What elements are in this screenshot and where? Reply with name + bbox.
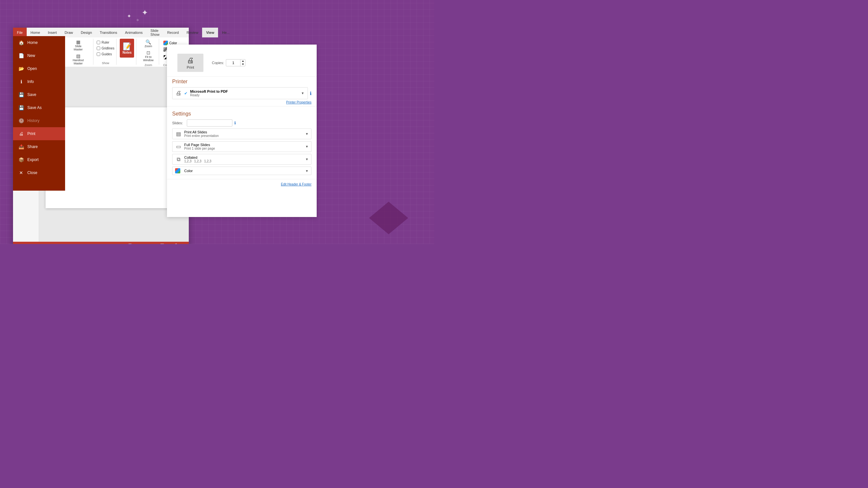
notes-status-icon[interactable]: 📝 Notes xyxy=(128,244,142,244)
new-icon: 📄 xyxy=(18,53,24,58)
menu-save-label: Save xyxy=(27,92,36,97)
collated-arrow[interactable]: ▼ xyxy=(305,158,309,161)
share-icon: 📤 xyxy=(18,144,24,149)
menu-save-as[interactable]: 💾 Save As xyxy=(13,101,65,114)
settings-section: Settings Slides: ℹ ▤ Print All Slides Pr… xyxy=(167,111,317,177)
accessibility[interactable]: Accessibility: Investigate xyxy=(59,244,94,244)
copies-down-arrow[interactable]: ▼ xyxy=(241,63,245,66)
status-bar: Slide 1 of 2 English (India) Accessibili… xyxy=(13,242,189,244)
menu-export-label: Export xyxy=(27,158,39,162)
file-menu-overlay: 🏠 Home 📄 New 📂 Open ℹ Info 💾 Save 💾 Save… xyxy=(13,36,189,191)
menu-save-as-label: Save As xyxy=(27,105,42,110)
menu-open[interactable]: 📂 Open xyxy=(13,62,65,75)
slides-label: Slides: xyxy=(172,121,183,125)
full-page-label: Full Page Slides xyxy=(184,143,303,147)
full-page-text: Full Page Slides Print 1 slide per page xyxy=(184,143,303,150)
open-icon: 📂 xyxy=(18,66,24,71)
copies-arrows: ▲ ▼ xyxy=(240,60,245,66)
star-decoration-3: ✧ xyxy=(136,18,139,23)
menu-close[interactable]: ✕ Close xyxy=(13,166,65,179)
menu-history-label: History xyxy=(27,119,39,123)
menu-open-label: Open xyxy=(27,66,37,71)
home-icon: 🏠 xyxy=(18,40,24,45)
full-page-icon: ▭ xyxy=(175,143,182,150)
menu-save[interactable]: 💾 Save xyxy=(13,88,65,101)
menu-print[interactable]: 🖨 Print xyxy=(13,127,65,140)
color-setting-text: Color xyxy=(184,169,303,173)
printer-status: Ready xyxy=(190,93,299,97)
copies-input-section: Copies: 1 ▲ ▼ xyxy=(212,59,245,66)
copies-input[interactable]: 1 ▲ ▼ xyxy=(226,59,245,66)
menu-home[interactable]: 🏠 Home xyxy=(13,36,65,49)
collated-sub: 1,2,3 1,2,3 1,2,3 xyxy=(184,159,303,163)
printer-box-icon: 🖨 xyxy=(176,90,182,97)
history-icon: 🕐 xyxy=(18,118,24,123)
printer-selector[interactable]: 🖨 ✔ Microsoft Print to PDF Ready ▼ xyxy=(172,87,308,99)
collated-icon: ⧉ xyxy=(175,157,182,162)
collated-text: Collated 1,2,3 1,2,3 1,2,3 xyxy=(184,156,303,163)
print-button-icon: 🖨 xyxy=(187,56,194,65)
printer-info-icon[interactable]: ℹ xyxy=(310,91,311,96)
collated-setting[interactable]: ⧉ Collated 1,2,3 1,2,3 1,2,3 ▼ xyxy=(172,154,311,165)
close-icon: ✕ xyxy=(18,170,24,175)
export-icon: 📦 xyxy=(18,157,24,162)
copies-section: 🖨 Print Copies: 1 ▲ ▼ xyxy=(167,47,317,74)
print-all-slides-setting[interactable]: ▤ Print All Slides Print entire presenta… xyxy=(172,129,311,139)
tab-he[interactable]: He... xyxy=(218,28,234,37)
view-grid-icon[interactable]: ⊞ xyxy=(149,244,152,244)
full-page-arrow[interactable]: ▼ xyxy=(305,145,309,148)
print-all-label: Print All Slides xyxy=(184,130,303,134)
info-icon: ℹ xyxy=(18,79,24,84)
slides-info-icon[interactable]: ℹ xyxy=(234,121,236,125)
menu-new-label: New xyxy=(27,53,35,58)
color-setting-icon xyxy=(175,168,182,173)
save-as-icon: 💾 xyxy=(18,105,24,110)
print-icon: 🖨 xyxy=(18,131,24,136)
print-all-text: Print All Slides Print entire presentati… xyxy=(184,130,303,138)
star-decoration-2: ✦ xyxy=(127,13,131,19)
divider-2 xyxy=(167,106,317,106)
printer-section: Printer 🖨 ✔ Microsoft Print to PDF Ready… xyxy=(167,79,317,104)
view-normal-icon[interactable]: ⊟ xyxy=(144,244,147,244)
print-button[interactable]: 🖨 Print xyxy=(177,54,204,72)
color-setting-label: Color xyxy=(184,169,303,173)
save-icon: 💾 xyxy=(18,92,24,97)
slides-input[interactable] xyxy=(187,120,232,127)
menu-export[interactable]: 📦 Export xyxy=(13,153,65,166)
color-gradient-icon xyxy=(175,168,180,173)
divider-3 xyxy=(167,179,317,179)
print-all-arrow[interactable]: ▼ xyxy=(305,132,309,136)
color-setting-row[interactable]: Color ▼ xyxy=(172,167,311,175)
edit-footer-link[interactable]: Edit Header & Footer xyxy=(167,181,317,187)
collated-label: Collated xyxy=(184,156,303,159)
printer-properties-link[interactable]: Printer Properties xyxy=(172,100,311,104)
print-button-label: Print xyxy=(187,65,194,69)
slides-row: Slides: ℹ xyxy=(172,120,311,127)
menu-print-label: Print xyxy=(27,131,35,136)
star-decoration-1: ✦ xyxy=(142,8,148,17)
print-all-icon: ▤ xyxy=(175,131,182,137)
full-page-sub: Print 1 slide per page xyxy=(184,147,303,150)
view-presenter-icon[interactable]: ⬜ xyxy=(160,244,164,244)
printer-info-row: 🖨 ✔ Microsoft Print to PDF Ready ▼ ℹ xyxy=(172,87,311,99)
color-setting-arrow[interactable]: ▼ xyxy=(305,169,309,173)
file-sidebar: 🏠 Home 📄 New 📂 Open ℹ Info 💾 Save 💾 Save… xyxy=(13,36,65,191)
copies-label: Copies: xyxy=(212,61,224,65)
menu-share[interactable]: 📤 Share xyxy=(13,140,65,153)
printer-dropdown-arrow[interactable]: ▼ xyxy=(301,91,304,95)
menu-new[interactable]: 📄 New xyxy=(13,49,65,62)
language: English (India) xyxy=(35,244,56,244)
menu-history[interactable]: 🕐 History xyxy=(13,114,65,127)
print-panel: 🖨 Print Copies: 1 ▲ ▼ Printer 🖨 xyxy=(167,44,317,217)
menu-info[interactable]: ℹ Info xyxy=(13,75,65,88)
printer-name: Microsoft Print to PDF xyxy=(190,90,299,93)
full-page-slides-setting[interactable]: ▭ Full Page Slides Print 1 slide per pag… xyxy=(172,141,311,152)
view-reading-icon[interactable]: ▤ xyxy=(155,244,157,244)
tab-view[interactable]: View xyxy=(202,28,218,37)
print-all-sub: Print entire presentation xyxy=(184,134,303,138)
slide-info: Slide 1 of 2 xyxy=(16,244,32,244)
menu-share-label: Share xyxy=(27,144,38,149)
copies-up-arrow[interactable]: ▲ xyxy=(241,60,245,63)
menu-close-label: Close xyxy=(27,170,37,175)
menu-home-label: Home xyxy=(27,40,38,45)
